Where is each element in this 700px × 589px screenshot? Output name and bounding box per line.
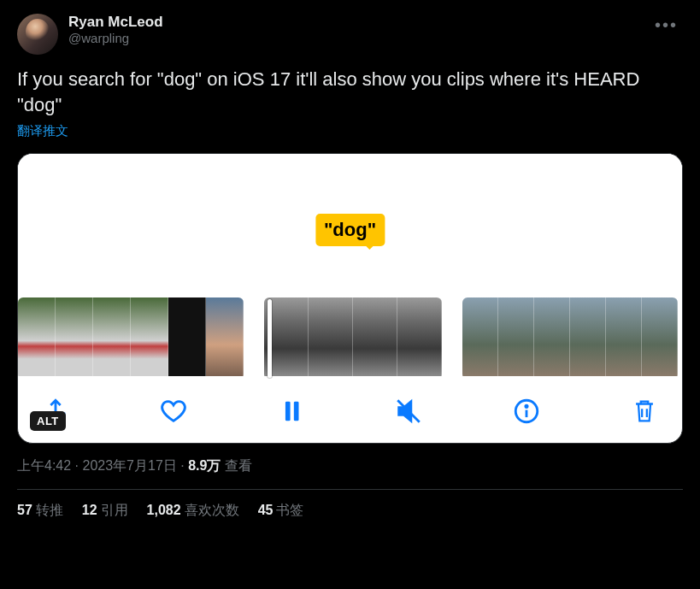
alt-badge[interactable]: ALT xyxy=(30,411,66,431)
author-handle[interactable]: @warpling xyxy=(68,31,650,46)
quotes-stat[interactable]: 12引用 xyxy=(82,502,128,520)
playhead[interactable] xyxy=(268,299,272,378)
meta-separator: · xyxy=(180,458,188,473)
tweet-time[interactable]: 上午4:42 xyxy=(17,458,71,473)
video-thumbnail xyxy=(397,297,442,376)
video-thumbnail xyxy=(93,297,131,376)
views-count: 8.9万 xyxy=(188,458,221,473)
video-thumbnail xyxy=(206,297,244,376)
media-attachment[interactable]: "dog" xyxy=(17,153,683,444)
tweet-container: Ryan McLeod @warpling ••• If you search … xyxy=(0,0,700,530)
video-thumbnail xyxy=(168,297,206,376)
bookmarks-stat[interactable]: 45书签 xyxy=(258,502,304,520)
views-label: 查看 xyxy=(225,458,252,473)
video-timeline[interactable] xyxy=(18,297,682,380)
more-options-button[interactable]: ••• xyxy=(650,14,683,37)
tweet-stats: 57转推 12引用 1,082喜欢次数 45书签 xyxy=(17,502,683,520)
tweet-text: If you search for "dog" on iOS 17 it'll … xyxy=(17,67,683,118)
video-thumbnail xyxy=(570,297,606,376)
svg-rect-0 xyxy=(285,402,291,421)
video-thumbnail xyxy=(498,297,534,376)
video-thumbnail xyxy=(353,297,397,376)
caption-bubble: "dog" xyxy=(315,214,385,246)
tweet-date[interactable]: 2023年7月17日 xyxy=(82,458,176,473)
retweets-stat[interactable]: 57转推 xyxy=(17,502,63,520)
svg-point-5 xyxy=(526,405,527,407)
divider xyxy=(17,489,683,490)
trash-button[interactable] xyxy=(627,394,662,428)
media-toolbar xyxy=(18,380,682,443)
video-thumbnail xyxy=(309,297,353,376)
like-button[interactable] xyxy=(156,394,191,428)
author-display-name[interactable]: Ryan McLeod xyxy=(68,14,650,31)
mute-icon xyxy=(394,397,423,426)
heart-icon xyxy=(159,397,188,426)
video-thumbnail xyxy=(131,297,168,376)
translate-link[interactable]: 翻译推文 xyxy=(17,123,683,139)
video-thumbnail xyxy=(18,297,56,376)
video-thumbnail xyxy=(534,297,570,376)
pause-icon xyxy=(277,397,306,426)
svg-rect-1 xyxy=(293,402,298,421)
pause-button[interactable] xyxy=(274,394,309,428)
clip-group-3[interactable] xyxy=(462,297,678,380)
info-icon xyxy=(512,397,541,426)
video-thumbnail xyxy=(462,297,498,376)
mute-button[interactable] xyxy=(391,394,426,428)
video-thumbnail xyxy=(56,297,93,376)
video-thumbnail xyxy=(642,297,678,376)
clip-group-2[interactable] xyxy=(264,297,442,380)
author-block: Ryan McLeod @warpling xyxy=(68,14,650,46)
trash-icon xyxy=(630,397,659,426)
avatar[interactable] xyxy=(17,14,58,55)
tweet-header: Ryan McLeod @warpling ••• xyxy=(17,14,683,55)
tweet-meta: 上午4:42 · 2023年7月17日 · 8.9万 查看 xyxy=(17,457,683,475)
clip-group-1[interactable] xyxy=(18,297,244,380)
video-thumbnail xyxy=(606,297,642,376)
info-button[interactable] xyxy=(509,394,544,428)
media-preview-area: "dog" xyxy=(18,154,682,380)
likes-stat[interactable]: 1,082喜欢次数 xyxy=(147,502,239,520)
